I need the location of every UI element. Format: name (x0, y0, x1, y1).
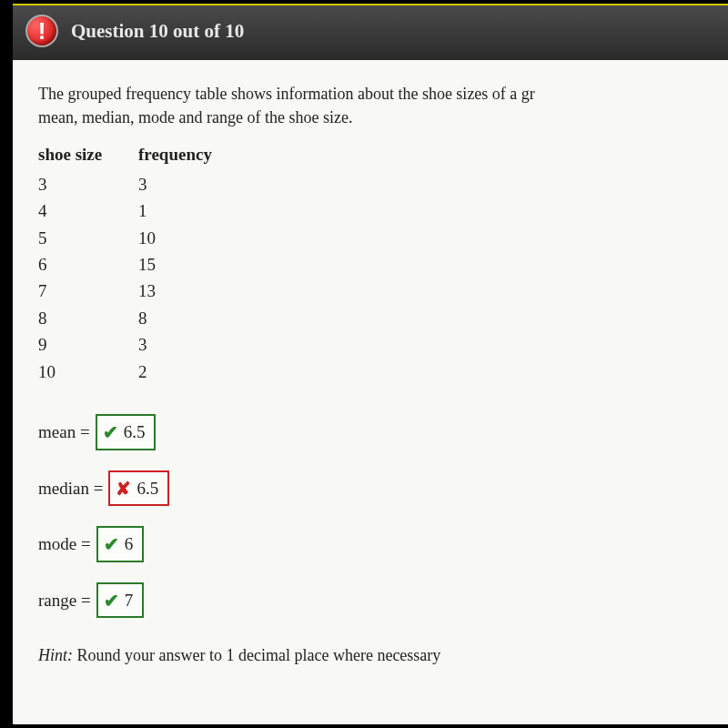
cell-size: 3 (38, 171, 138, 197)
title-bar: ! Question 10 out of 10 (13, 4, 728, 60)
col-header-frequency: frequency (138, 142, 248, 167)
table-row: 88 (38, 305, 710, 331)
question-prompt: The grouped frequency table shows inform… (38, 82, 710, 129)
hint-text: Round your answer to 1 decimal place whe… (73, 646, 440, 664)
median-input[interactable]: ✘ 6.5 (108, 470, 169, 507)
range-input[interactable]: ✔ 7 (96, 582, 145, 619)
answer-mean: mean = ✔ 6.5 (38, 414, 710, 450)
cell-freq: 13 (138, 278, 248, 304)
cell-freq: 1 (138, 197, 248, 224)
answers-block: mean = ✔ 6.5 median = ✘ 6.5 mode = ✔ 6 (38, 414, 710, 618)
table-row: 93 (38, 331, 710, 358)
median-value: 6.5 (136, 476, 158, 501)
cell-size: 5 (38, 225, 138, 251)
range-value: 7 (125, 588, 134, 613)
cell-freq: 3 (138, 331, 248, 358)
mode-value: 6 (125, 531, 134, 557)
cell-freq: 3 (138, 171, 248, 197)
alert-icon: ! (25, 15, 58, 47)
cell-size: 4 (38, 197, 138, 224)
hint-prefix: Hint: (38, 646, 73, 664)
cell-freq: 2 (138, 359, 248, 385)
app-frame: ! Question 10 out of 10 The grouped freq… (0, 0, 728, 728)
hint: Hint: Round your answer to 1 decimal pla… (38, 643, 710, 667)
cell-size: 6 (38, 251, 138, 278)
mean-label: mean = (38, 420, 90, 445)
cross-icon: ✘ (116, 480, 131, 498)
frequency-table: shoe size frequency 33 41 510 615 713 88… (38, 142, 710, 385)
cell-size: 8 (38, 305, 138, 331)
table-row: 41 (38, 197, 710, 224)
check-icon: ✔ (104, 535, 119, 553)
mean-input[interactable]: ✔ 6.5 (96, 414, 157, 450)
col-header-size: shoe size (38, 142, 138, 167)
prompt-line-2: mean, median, mode and range of the shoe… (38, 108, 352, 126)
table-row: 615 (38, 251, 710, 278)
cell-freq: 10 (138, 225, 248, 251)
table-row: 713 (38, 278, 710, 304)
range-label: range = (38, 588, 91, 613)
answer-median: median = ✘ 6.5 (38, 470, 710, 507)
cell-size: 9 (38, 331, 138, 358)
question-content: The grouped frequency table shows inform… (13, 60, 728, 724)
cell-freq: 8 (138, 305, 248, 331)
table-row: 33 (38, 171, 710, 197)
table-header: shoe size frequency (38, 142, 710, 167)
cell-size: 10 (38, 359, 138, 385)
median-label: median = (38, 476, 103, 501)
question-title: Question 10 out of 10 (71, 20, 244, 43)
mode-input[interactable]: ✔ 6 (96, 526, 145, 562)
mean-value: 6.5 (124, 420, 146, 445)
table-row: 102 (38, 359, 710, 385)
mode-label: mode = (38, 531, 91, 557)
cell-size: 7 (38, 278, 138, 304)
prompt-line-1: The grouped frequency table shows inform… (38, 85, 535, 103)
cell-freq: 15 (138, 251, 248, 278)
answer-mode: mode = ✔ 6 (38, 526, 710, 562)
check-icon: ✔ (103, 423, 118, 441)
answer-range: range = ✔ 7 (38, 582, 710, 619)
table-row: 510 (38, 225, 710, 251)
check-icon: ✔ (104, 592, 119, 610)
